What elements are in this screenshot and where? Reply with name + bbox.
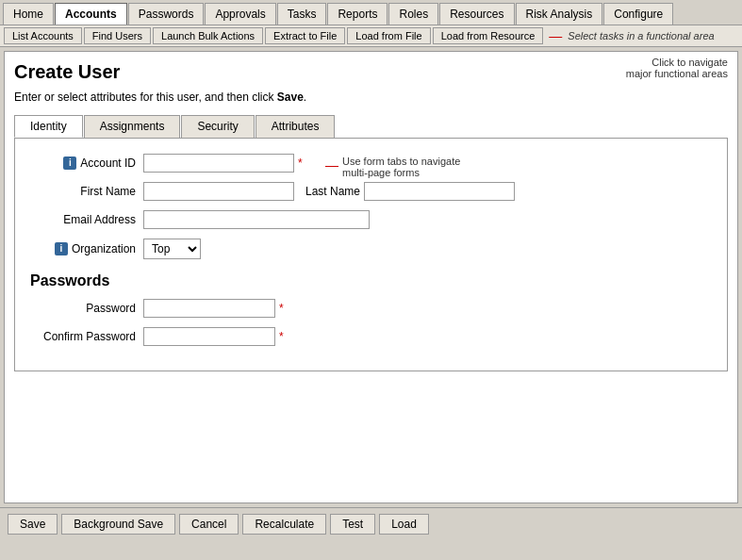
test-button[interactable]: Test xyxy=(330,514,375,535)
account-id-label: i Account ID xyxy=(30,156,143,170)
account-id-info-icon[interactable]: i xyxy=(63,156,76,170)
load-from-resource-button[interactable]: Load from Resource xyxy=(433,27,544,44)
organization-select[interactable]: Top Other xyxy=(143,239,201,259)
right-hint: Click to navigatemajor functional areas xyxy=(626,57,728,79)
app-wrapper: Home Accounts Passwords Approvals Tasks … xyxy=(0,0,742,560)
confirm-password-row: Confirm Password * xyxy=(30,327,712,346)
tab-approvals[interactable]: Approvals xyxy=(205,3,275,25)
load-from-file-button[interactable]: Load from File xyxy=(347,27,430,44)
form-tab-assignments[interactable]: Assignments xyxy=(84,115,181,138)
form-tab-identity[interactable]: Identity xyxy=(14,115,83,138)
password-input[interactable] xyxy=(143,299,275,318)
tab-reports[interactable]: Reports xyxy=(327,3,387,25)
first-name-input[interactable] xyxy=(143,182,294,201)
background-save-button[interactable]: Background Save xyxy=(61,514,175,535)
tab-tasks[interactable]: Tasks xyxy=(277,3,327,25)
bottom-toolbar: Save Background Save Cancel Recalculate … xyxy=(0,507,742,540)
form-tabs-hint-arrow: — xyxy=(325,157,338,173)
tab-accounts[interactable]: Accounts xyxy=(55,3,127,25)
sub-nav: List Accounts Find Users Launch Bulk Act… xyxy=(0,25,742,47)
find-users-button[interactable]: Find Users xyxy=(84,27,151,44)
instruction-bold: Save xyxy=(277,91,304,104)
email-input[interactable] xyxy=(143,210,370,229)
confirm-password-label-text: Confirm Password xyxy=(43,330,136,343)
password-row: Password * xyxy=(30,299,712,318)
organization-info-icon[interactable]: i xyxy=(55,242,68,255)
account-id-label-text: Account ID xyxy=(80,156,136,170)
first-name-label: First Name xyxy=(30,185,143,198)
tab-home[interactable]: Home xyxy=(3,3,54,25)
last-name-input[interactable] xyxy=(364,182,515,201)
extract-to-file-button[interactable]: Extract to File xyxy=(265,27,345,44)
account-id-required: * xyxy=(298,156,303,170)
cancel-button[interactable]: Cancel xyxy=(179,514,239,535)
sub-nav-hint: Select tasks in a functional area xyxy=(568,30,714,41)
organization-row: i Organization Top Other xyxy=(30,239,712,259)
recalculate-button[interactable]: Recalculate xyxy=(242,514,326,535)
confirm-password-required: * xyxy=(279,330,284,343)
page-title: Create User xyxy=(14,61,728,83)
email-label: Email Address xyxy=(30,213,143,226)
email-row: Email Address xyxy=(30,210,712,229)
confirm-password-label: Confirm Password xyxy=(30,330,143,343)
form-tabs-hint: — Use form tabs to navigatemulti-page fo… xyxy=(325,156,460,178)
top-nav: Home Accounts Passwords Approvals Tasks … xyxy=(0,0,742,25)
tab-resources[interactable]: Resources xyxy=(439,3,514,25)
form-tab-attributes[interactable]: Attributes xyxy=(256,115,336,138)
tab-roles[interactable]: Roles xyxy=(388,3,438,25)
organization-label: i Organization xyxy=(30,242,143,255)
account-id-input[interactable] xyxy=(143,154,294,173)
load-button[interactable]: Load xyxy=(379,514,429,535)
form-tab-security[interactable]: Security xyxy=(181,115,254,138)
passwords-section-header: Passwords xyxy=(30,272,712,289)
save-button[interactable]: Save xyxy=(8,514,58,535)
form-tabs-hint-text: Use form tabs to navigatemulti-page form… xyxy=(342,156,460,178)
instruction-text: Enter or select attributes for this user… xyxy=(14,91,728,104)
tab-risk-analysis[interactable]: Risk Analysis xyxy=(516,3,603,25)
name-row: First Name Last Name xyxy=(30,182,712,201)
password-label-text: Password xyxy=(86,302,136,315)
list-accounts-button[interactable]: List Accounts xyxy=(4,27,82,44)
confirm-password-input[interactable] xyxy=(143,327,275,346)
tab-configure[interactable]: Configure xyxy=(603,3,673,25)
organization-label-text: Organization xyxy=(72,242,136,255)
password-required: * xyxy=(279,302,284,315)
instruction-end: . xyxy=(304,91,306,104)
tab-passwords[interactable]: Passwords xyxy=(128,3,205,25)
instruction-prefix: Enter or select attributes for this user… xyxy=(14,91,273,104)
main-content: Click to navigatemajor functional areas … xyxy=(4,51,738,503)
first-name-label-text: First Name xyxy=(80,185,136,198)
sub-nav-separator: — xyxy=(549,28,562,43)
form-tabs: Identity Assignments Security Attributes xyxy=(14,115,728,139)
launch-bulk-actions-button[interactable]: Launch Bulk Actions xyxy=(153,27,263,44)
password-label: Password xyxy=(30,302,143,315)
email-label-text: Email Address xyxy=(63,213,136,226)
last-name-label-text: Last Name xyxy=(305,185,360,198)
